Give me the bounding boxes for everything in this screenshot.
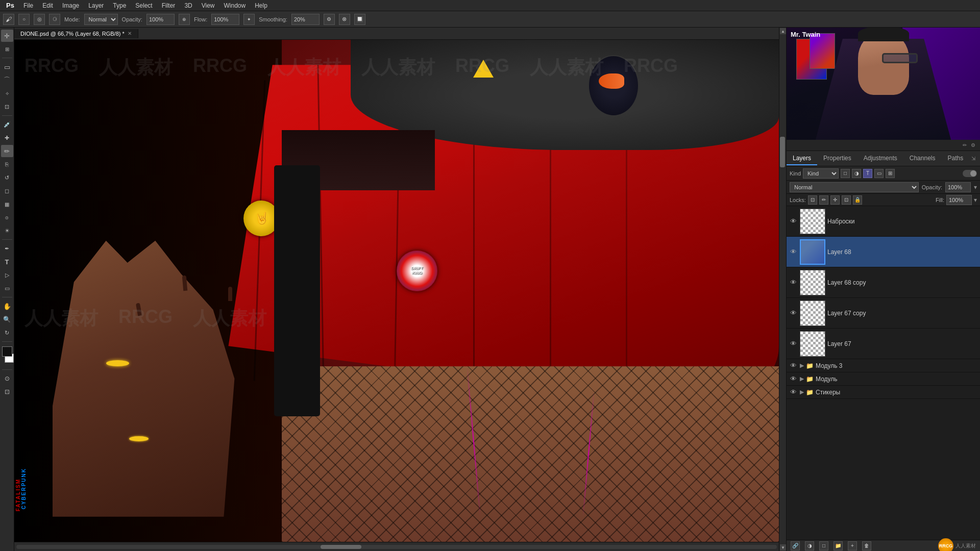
panel-menu-icon[interactable]: ⚙ xyxy=(969,141,977,149)
layer-row-67-copy[interactable]: 👁 Layer 67 copy xyxy=(787,298,980,329)
tab-adjustments[interactable]: Adjustments xyxy=(857,152,903,165)
vertical-scrollbar[interactable]: ▲ ▼ xyxy=(779,28,786,551)
toggle-brush-icon[interactable]: ⚆ xyxy=(49,14,60,25)
layer-visibility-modul[interactable]: 👁 xyxy=(789,374,798,384)
layer-visibility-stickers[interactable]: 👁 xyxy=(789,388,798,397)
brush-angle-icon[interactable]: ◎ xyxy=(34,14,45,25)
opacity-input[interactable] xyxy=(146,14,175,25)
layer-visibility-68-copy[interactable]: 👁 xyxy=(789,278,798,287)
filter-smart-icon[interactable]: ⊞ xyxy=(886,169,895,178)
menu-filter[interactable]: Filter xyxy=(158,1,180,10)
lock-transparent-icon[interactable]: ⊡ xyxy=(808,195,817,205)
marquee-tool[interactable]: ▭ xyxy=(1,61,13,73)
add-link-icon[interactable]: 🔗 xyxy=(791,541,800,550)
layer-row-nabroski[interactable]: 👁 Наброски xyxy=(787,206,980,237)
layer-row-68[interactable]: 👁 Layer 68 xyxy=(787,237,980,267)
layer-row-67[interactable]: 👁 Layer 67 xyxy=(787,329,980,359)
menu-select[interactable]: Select xyxy=(131,1,156,10)
menu-edit[interactable]: Edit xyxy=(38,1,57,10)
smoothing-options-icon[interactable]: ⚙ xyxy=(324,14,335,25)
lock-position-icon[interactable]: ✛ xyxy=(830,195,840,205)
tab-channels[interactable]: Channels xyxy=(903,152,942,165)
menu-file[interactable]: File xyxy=(19,1,37,10)
new-adjustment-icon[interactable]: ✏ xyxy=(961,141,969,149)
horizontal-scrollbar[interactable] xyxy=(14,542,779,551)
tab-paths[interactable]: Paths xyxy=(941,152,969,165)
layer-group-arrow-modul[interactable]: ▶ xyxy=(800,375,804,382)
scroll-thumb-v[interactable] xyxy=(780,137,785,167)
brush-tool-icon[interactable]: 🖌 xyxy=(3,14,14,25)
path-select-tool[interactable]: ▷ xyxy=(1,269,13,281)
layer-opacity-input[interactable] xyxy=(945,182,971,192)
layer-visibility-68[interactable]: 👁 xyxy=(789,247,798,257)
menu-type[interactable]: Type xyxy=(109,1,130,10)
layer-group-modul[interactable]: 👁 ▶ 📁 Модуль xyxy=(787,372,980,386)
tab-properties[interactable]: Properties xyxy=(817,152,857,165)
gradient-tool[interactable]: ▦ xyxy=(1,198,13,210)
shape-tool[interactable]: ▭ xyxy=(1,282,13,294)
layer-visibility-nabroski[interactable]: 👁 xyxy=(789,217,798,226)
filter-toggle[interactable] xyxy=(963,170,977,177)
menu-3d[interactable]: 3D xyxy=(180,1,196,10)
mode-select[interactable]: Normal xyxy=(84,14,118,25)
heal-tool[interactable]: ✚ xyxy=(1,132,13,144)
zoom-tool[interactable]: 🔍 xyxy=(1,313,13,325)
blend-mode-select[interactable]: Normal Multiply Screen Overlay xyxy=(790,182,919,192)
lock-all-icon[interactable]: 🔒 xyxy=(853,195,862,205)
tab-layers[interactable]: Layers xyxy=(787,152,817,165)
tab-close-btn[interactable]: ✕ xyxy=(128,31,132,36)
fill-input[interactable] xyxy=(946,195,972,205)
filter-pixel-icon[interactable]: □ xyxy=(841,169,850,178)
delete-layer-icon[interactable]: 🗑 xyxy=(862,541,871,550)
menu-window[interactable]: Window xyxy=(220,1,250,10)
screen-mode-tool[interactable]: ⊡ xyxy=(1,386,13,398)
history-brush-tool[interactable]: ↺ xyxy=(1,171,13,184)
hand-tool[interactable]: ✋ xyxy=(1,300,13,312)
brush-size-icon[interactable]: ○ xyxy=(18,14,30,25)
scroll-up-btn[interactable]: ▲ xyxy=(780,28,786,34)
document-tab[interactable]: DIONE.psd @ 66,7% (Layer 68, RGB/8) * ✕ xyxy=(14,29,138,38)
foreground-color[interactable] xyxy=(2,346,12,357)
filter-shape-icon[interactable]: ▭ xyxy=(874,169,884,178)
layer-visibility-modul3[interactable]: 👁 xyxy=(789,361,798,370)
scrollbar-thumb-h[interactable] xyxy=(321,545,361,549)
canvas-viewport[interactable]: DRIFTKING 🤘 xyxy=(14,40,779,542)
layer-group-arrow-modul3[interactable]: ▶ xyxy=(800,362,804,369)
type-tool[interactable]: T xyxy=(1,256,13,268)
menu-view[interactable]: View xyxy=(198,1,219,10)
pen-tool[interactable]: ✒ xyxy=(1,242,13,255)
clone-tool[interactable]: ⎘ xyxy=(1,158,13,170)
filter-adjust-icon[interactable]: ◑ xyxy=(852,169,861,178)
lock-artboard-icon[interactable]: ⊡ xyxy=(842,195,851,205)
layer-group-modul3[interactable]: 👁 ▶ 📁 Модуль 3 xyxy=(787,359,980,372)
add-folder-icon[interactable]: 📁 xyxy=(834,541,843,550)
quick-mask-tool[interactable]: ⊙ xyxy=(1,372,13,385)
flow-input[interactable] xyxy=(211,14,239,25)
layer-group-arrow-stickers[interactable]: ▶ xyxy=(800,389,804,395)
lasso-tool[interactable]: ⌒ xyxy=(1,74,13,86)
eyedropper-tool[interactable]: 💉 xyxy=(1,118,13,131)
layer-visibility-67-copy[interactable]: 👁 xyxy=(789,309,798,318)
pressure-opacity-icon[interactable]: ⊕ xyxy=(179,14,190,25)
rotate-tool[interactable]: ↻ xyxy=(1,327,13,339)
move-tool[interactable]: ✛ xyxy=(1,30,13,42)
layer-visibility-67[interactable]: 👁 xyxy=(789,339,798,348)
menu-image[interactable]: Image xyxy=(58,1,83,10)
menu-layer[interactable]: Layer xyxy=(84,1,108,10)
scrollbar-track-h[interactable] xyxy=(16,545,777,549)
scroll-track-v[interactable] xyxy=(779,35,786,544)
scroll-down-btn[interactable]: ▼ xyxy=(780,544,786,550)
symmetry-icon[interactable]: ⊗ xyxy=(339,14,350,25)
collapse-panel-icon[interactable]: ⇲ xyxy=(969,155,977,163)
crop-tool[interactable]: ⊡ xyxy=(1,101,13,113)
lock-paint-icon[interactable]: ✏ xyxy=(819,195,828,205)
blur-tool[interactable]: ⌾ xyxy=(1,211,13,223)
dodge-tool[interactable]: ☀ xyxy=(1,224,13,237)
layer-row-68-copy[interactable]: 👁 Layer 68 copy xyxy=(787,267,980,298)
smoothing-input[interactable] xyxy=(291,14,320,25)
brush-tool[interactable]: ✏ xyxy=(1,145,13,157)
select-tool[interactable]: ✧ xyxy=(1,87,13,99)
fill-arrow-icon[interactable]: ▾ xyxy=(974,196,977,204)
opacity-arrow-icon[interactable]: ▾ xyxy=(974,184,977,191)
add-adjustment-icon[interactable]: ◑ xyxy=(805,541,814,550)
